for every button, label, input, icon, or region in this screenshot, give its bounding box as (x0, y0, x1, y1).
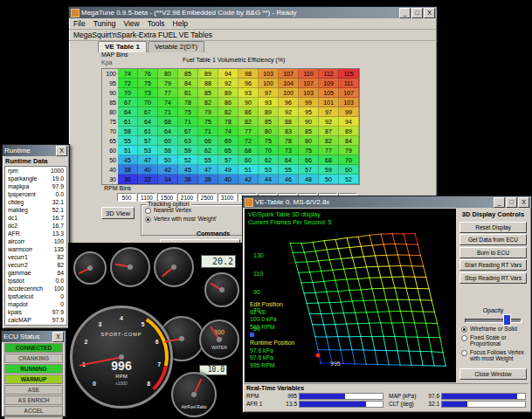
ve-3d-titlebar[interactable]: VE-Table 0, MS-6/V2.8x _ □ X (243, 196, 531, 208)
ve-cell[interactable]: 79 (339, 146, 359, 155)
ve-cell[interactable]: 74 (118, 69, 138, 79)
ve-cell[interactable]: 50 (158, 155, 178, 165)
ve-cell[interactable]: 115 (339, 69, 359, 79)
ve-cell[interactable]: 75 (299, 146, 319, 155)
ve-cell[interactable]: 84 (178, 79, 198, 88)
ve-cell[interactable]: 107 (279, 69, 299, 79)
ve-cell[interactable]: 32 (138, 175, 158, 184)
ve-cell[interactable]: 87 (319, 127, 339, 136)
ve-cell[interactable]: 89 (259, 107, 279, 117)
ve-cell[interactable]: 74 (158, 98, 178, 107)
ve-cell[interactable]: 84 (339, 136, 359, 146)
ve-cell[interactable]: 77 (319, 146, 339, 155)
ve-cell[interactable]: 75 (178, 107, 198, 117)
ve-cell[interactable]: 73 (279, 146, 299, 155)
ve-cell[interactable]: 38 (118, 165, 138, 175)
tachometer[interactable]: 012345678 SPORT-COMP 996 RPM x1000 (70, 306, 173, 409)
afr-gauge[interactable]: Air/Fuel Ratio (171, 372, 217, 417)
opacity-slider[interactable] (465, 314, 522, 324)
ve-cell[interactable]: 83 (279, 127, 299, 136)
small-gauge-4[interactable] (204, 272, 239, 307)
ve-cell[interactable]: 94 (218, 69, 238, 79)
ve-cell[interactable]: 107 (339, 88, 359, 98)
ve-cell[interactable]: 97 (259, 88, 279, 98)
ve-cell[interactable]: 89 (218, 88, 238, 98)
ve-cell[interactable]: 96 (238, 79, 259, 88)
ve-cell[interactable]: 99 (339, 107, 359, 117)
ve-cell[interactable]: 71 (178, 117, 198, 127)
ve-cell[interactable]: 66 (198, 136, 218, 146)
ve-cell[interactable]: 110 (299, 69, 319, 79)
radio-icon[interactable] (145, 216, 151, 223)
ve-cell[interactable]: 60 (339, 165, 359, 175)
ve-cell[interactable]: 60 (158, 136, 178, 146)
ve-cell[interactable]: 30 (118, 175, 138, 184)
ve-cell[interactable]: 57 (218, 155, 238, 165)
ve-cell[interactable]: 55 (279, 165, 299, 175)
ve-cell[interactable]: 88 (279, 117, 299, 127)
ve-cell[interactable]: 67 (178, 127, 198, 136)
ve-cell[interactable]: 63 (178, 136, 198, 146)
ve-cell[interactable]: 50 (319, 175, 339, 184)
ve-cell[interactable]: 51 (118, 146, 138, 155)
ve-cell[interactable]: 72 (238, 136, 259, 146)
ve-cell[interactable]: 78 (218, 117, 238, 127)
ve-cell[interactable]: 36 (178, 175, 198, 184)
ve-cell[interactable]: 64 (279, 155, 299, 165)
minimize-button[interactable]: _ (494, 197, 505, 208)
ecu-titlebar[interactable]: ECU Status X (2, 331, 66, 342)
minimize-button[interactable]: _ (399, 8, 411, 18)
ve-cell[interactable]: 90 (238, 98, 259, 107)
ve-cell[interactable]: 55 (118, 136, 138, 146)
ve-cell[interactable]: 62 (198, 146, 218, 155)
ve-cell[interactable]: 59 (178, 146, 198, 155)
ve-cell[interactable]: 90 (299, 117, 319, 127)
ve-cell[interactable]: 88 (198, 79, 218, 88)
ve-cell[interactable]: 40 (218, 175, 238, 184)
ve-cell[interactable]: 92 (319, 117, 339, 127)
ve-cell[interactable]: 75 (198, 117, 218, 127)
ve-cell[interactable]: 72 (118, 79, 138, 88)
ve-cell[interactable]: 61 (138, 127, 158, 136)
ve-cell[interactable]: 82 (238, 117, 259, 127)
ve-cell[interactable]: 53 (138, 146, 158, 155)
radio-icon[interactable] (461, 326, 467, 333)
rpm-bin-cell[interactable]: 2500 (197, 193, 217, 202)
ve-3d-plot-area[interactable]: VE/Spark Table 3D display Current Frames… (245, 209, 456, 382)
ve-cell[interactable]: 109 (319, 79, 339, 88)
ve-cell[interactable]: 99 (299, 98, 319, 107)
ve-cell[interactable]: 103 (259, 69, 279, 79)
ve-cell[interactable]: 82 (319, 136, 339, 146)
ve-cell[interactable]: 77 (238, 127, 259, 136)
menu-tools[interactable]: Tools (148, 19, 165, 28)
megatune-titlebar[interactable]: MegaTune 0.9.5-beta - (**V2.98 Embedded … (69, 7, 437, 18)
ve-cell[interactable]: 40 (138, 165, 158, 175)
burn-to-ecu-button[interactable]: Burn to ECU (459, 247, 527, 258)
ve-cell[interactable]: 95 (299, 107, 319, 117)
ve-cell[interactable]: 112 (319, 69, 339, 79)
ve-cell[interactable]: 100 (259, 79, 279, 88)
menu-view[interactable]: View (123, 19, 139, 28)
tracking-option[interactable]: Nearest Vertex (145, 207, 239, 214)
start-reading-rt-vars-button[interactable]: Start Reading RT Vars (459, 259, 527, 271)
slider-thumb[interactable] (503, 314, 511, 326)
runtime-titlebar[interactable]: Runtime X (3, 145, 69, 156)
ve-cell[interactable]: 85 (198, 88, 218, 98)
ve-cell[interactable]: 70 (259, 146, 279, 155)
ve-cell[interactable]: 57 (299, 165, 319, 175)
ve-cell[interactable]: 96 (279, 98, 299, 107)
menu-file[interactable]: File (73, 19, 86, 28)
menu-help[interactable]: Help (173, 19, 188, 28)
ve-cell[interactable]: 52 (339, 175, 359, 184)
ve-cell[interactable]: 68 (158, 117, 178, 127)
ve-cell[interactable]: 52 (178, 155, 198, 165)
edit-cursor-marker[interactable] (250, 333, 254, 337)
ve-cell[interactable]: 55 (198, 155, 218, 165)
ve-cell[interactable]: 80 (299, 136, 319, 146)
ve-cell[interactable]: 85 (299, 127, 319, 136)
reset-display-button[interactable]: Reset Display (459, 222, 527, 233)
ve-cell[interactable]: 44 (259, 175, 279, 184)
rpm-bin-cell[interactable]: 500 (117, 193, 136, 202)
display-option-focus-follows-vertex-with-most-weight[interactable]: Focus Follows Vertex with most Weight (461, 349, 525, 362)
ve-cell[interactable]: 80 (158, 69, 178, 79)
